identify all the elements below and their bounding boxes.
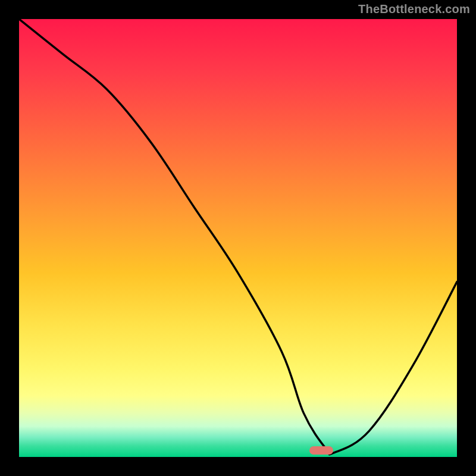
chart-frame: TheBottleneck.com	[0, 0, 476, 476]
bottleneck-curve	[19, 19, 457, 457]
plot-area	[19, 19, 457, 457]
watermark-text: TheBottleneck.com	[358, 2, 470, 16]
optimal-marker	[309, 446, 333, 455]
